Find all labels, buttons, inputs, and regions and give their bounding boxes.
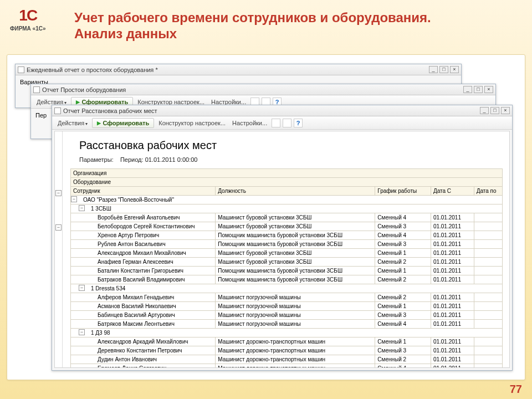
table-row[interactable]: Батряков Максим ЛеонтьевичМашинист погру… (71, 320, 503, 329)
content-card: Ежедневный отчет о простоях оборудования… (7, 54, 525, 380)
toolbar: Действия ▶Сформировать Конструктор настр… (52, 116, 512, 130)
report-title: Расстановка рабочих мест (63, 131, 509, 155)
run-button[interactable]: ▶Сформировать (92, 118, 154, 128)
toolbar-icon[interactable] (283, 119, 291, 127)
table-row[interactable]: Хренов Артур ПетровичПомощник машиниста … (71, 231, 503, 240)
window-icon (54, 108, 61, 114)
expand-toggle[interactable]: − (79, 285, 85, 291)
equipment-row[interactable]: −1 3СБШ (71, 204, 503, 213)
equipment-row[interactable]: −1 Dressta 534 (71, 284, 503, 293)
logo-subtitle: ФИРМА «1С» (10, 25, 46, 32)
table-row[interactable]: Анафиев Герман АлексеевичМашинист бурово… (71, 258, 503, 267)
maximize-button[interactable]: □ (439, 66, 448, 73)
play-icon: ▶ (97, 120, 101, 126)
maximize-button[interactable]: □ (490, 107, 499, 114)
window-title-text: Отчет Расстановка рабочих мест (63, 108, 157, 114)
minimize-button[interactable]: _ (480, 107, 489, 114)
table-row[interactable]: Дудин Антон ИвановичМашинист дорожно-тра… (71, 355, 503, 364)
table-row[interactable]: Деревянко Константин ПетровичМашинист до… (71, 346, 503, 355)
col-date-from: Дата С (431, 187, 474, 196)
brand-logo: 1C ФИРМА «1С» (10, 7, 46, 32)
minimize-button[interactable]: _ (463, 86, 472, 93)
collapse-toggle[interactable]: − (55, 190, 62, 196)
expand-toggle[interactable]: − (79, 205, 85, 211)
col-schedule: График работы (375, 187, 431, 196)
close-button[interactable]: × (484, 86, 493, 93)
page-title: Учет рабочего времени сотрудников и обор… (74, 10, 462, 42)
table-row[interactable]: Баталин Константин ГригорьевичПомощник м… (71, 267, 503, 275)
slide-number: 77 (510, 383, 522, 396)
constructor-settings-link[interactable]: Конструктор настроек... (156, 119, 228, 127)
table-row[interactable]: Воробьёв Евгений АнатольевичМашинист бур… (71, 213, 503, 222)
toolbar-icon[interactable] (272, 119, 280, 127)
maximize-button[interactable]: □ (474, 86, 483, 93)
window-title-text: Ежедневный отчет о простоях оборудования… (27, 66, 158, 73)
table-row[interactable]: Рублев Антон ВасильевичПомощник машинист… (71, 240, 503, 249)
help-icon[interactable]: ? (294, 119, 303, 127)
logo-text: 1C (10, 7, 46, 24)
col-position: Должность (216, 187, 375, 196)
window-titlebar[interactable]: Отчет Простои оборудования _ □ × (31, 84, 495, 95)
close-button[interactable]: × (501, 107, 510, 114)
header-organization: Организация (71, 169, 503, 178)
equipment-row[interactable]: −1 Д3 98 (71, 329, 503, 337)
table-row[interactable]: Алферов Михаил ГенадьевичМашинист погруз… (71, 293, 503, 302)
close-button[interactable]: × (450, 66, 459, 73)
outline-gutter: − − (55, 131, 63, 367)
table-row[interactable]: Александров Аркадий МихайловичМашинист д… (71, 337, 503, 346)
report-params: Параметры: Период: 01.01.2011 0:00:00 (63, 155, 509, 168)
table-row[interactable]: Бабинцев Василий АртуровичМашинист погру… (71, 311, 503, 320)
window-titlebar[interactable]: Ежедневный отчет о простоях оборудования… (16, 64, 461, 75)
minimize-button[interactable]: _ (429, 66, 438, 73)
window-icon (33, 86, 40, 93)
report-body: − − Расстановка рабочих мест Параметры: … (54, 131, 510, 368)
window-icon (18, 66, 24, 73)
table-row[interactable]: Батраков Василий ВладимировичПомощник ма… (71, 275, 503, 284)
table-row[interactable]: Асманов Василий НиколаевичМашинист погру… (71, 302, 503, 311)
table-row[interactable]: Еремеев Денис СергеевичМашинист дорожно-… (71, 364, 503, 369)
actions-menu[interactable]: Действия (55, 119, 90, 127)
table-row[interactable]: Александров Михаил МихайловичМашинист бу… (71, 249, 503, 258)
collapse-toggle[interactable]: − (55, 224, 62, 231)
window-workplace-report: Отчет Расстановка рабочих мест _ □ × Дей… (52, 105, 513, 371)
play-icon: ▶ (76, 99, 80, 105)
expand-toggle[interactable]: − (79, 329, 85, 335)
org-row[interactable]: −ОАО "Разрез "Полевой-Восточный" (71, 196, 503, 204)
settings-link[interactable]: Настройки... (230, 119, 269, 127)
window-titlebar[interactable]: Отчет Расстановка рабочих мест _ □ × (52, 105, 512, 116)
table-row[interactable]: Белобородов Сергей КонстантиновичМашинис… (71, 222, 503, 231)
col-employee: Сотрудник (71, 187, 216, 196)
header-equipment: Оборудование (71, 178, 503, 187)
col-date-to: Дата по (474, 187, 502, 196)
window-title-text: Отчет Простои оборудования (42, 86, 126, 93)
expand-toggle[interactable]: − (71, 196, 77, 202)
report-table: Организация Оборудование Сотрудник Должн… (70, 168, 503, 368)
